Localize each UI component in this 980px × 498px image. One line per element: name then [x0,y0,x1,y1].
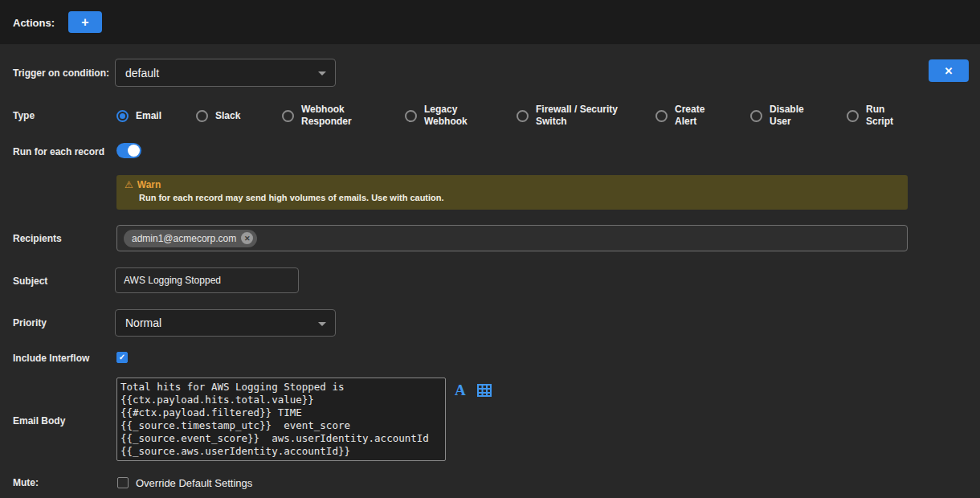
subject-input[interactable] [115,267,299,293]
email-body-label: Email Body [13,415,65,427]
type-option-create-alert[interactable]: Create Alert [655,104,750,128]
radio-icon [517,110,529,122]
type-option-firewall-security-switch[interactable]: Firewall / Security Switch [517,104,655,128]
type-option-run-script[interactable]: Run Script [847,104,901,128]
recipient-chip-text: admin1@acmecorp.com [132,233,236,244]
run-each-record-label: Run for each record [13,146,104,157]
warning-banner: ⚠Warn Run for each record may send high … [116,175,908,210]
radio-icon [282,110,294,122]
chip-remove-icon[interactable]: ✕ [241,232,253,244]
action-config-panel: ✕ Trigger on condition: default Type Ema… [0,44,980,498]
include-interflow-label: Include Interflow [13,353,89,364]
type-option-disable-user[interactable]: Disable User [750,104,847,128]
radio-icon [655,110,668,122]
subject-label: Subject [13,276,47,287]
warning-message: Run for each record may send high volume… [139,193,900,202]
priority-select[interactable]: Normal [115,309,336,337]
actions-label: Actions: [13,17,55,29]
include-interflow-checkbox[interactable] [116,352,128,363]
trigger-condition-value: default [125,67,159,80]
radio-icon [116,110,129,122]
email-body-toolbar: A [455,382,492,398]
close-action-button[interactable]: ✕ [929,59,969,82]
recipient-chip: admin1@acmecorp.com ✕ [124,230,257,247]
add-action-button[interactable]: + [68,11,102,33]
trigger-condition-select[interactable]: default [115,59,336,87]
mute-override-label: Override Default Settings [136,477,252,489]
warning-icon: ⚠ [125,179,133,190]
priority-value: Normal [125,316,161,329]
type-radio-group: Email Slack Webhook Responder Legacy Web… [116,100,972,131]
radio-icon [750,110,762,122]
mute-label: Mute: [13,477,39,488]
run-each-record-toggle[interactable] [116,143,141,158]
insert-table-icon[interactable] [477,384,492,397]
chevron-down-icon [318,71,326,76]
type-option-email[interactable]: Email [116,110,196,122]
type-option-webhook-responder[interactable]: Webhook Responder [282,104,405,128]
trigger-condition-label: Trigger on condition: [13,67,109,79]
email-body-textarea[interactable]: Total hits for AWS Logging Stopped is {{… [116,378,446,461]
mute-override-checkbox[interactable] [117,477,129,488]
radio-icon [847,110,859,122]
type-label: Type [13,110,35,121]
type-option-slack[interactable]: Slack [196,110,282,122]
chevron-down-icon [318,322,326,326]
font-style-icon[interactable]: A [455,382,466,398]
recipients-input[interactable]: admin1@acmecorp.com ✕ [116,225,908,251]
recipients-label: Recipients [13,233,62,244]
warning-title: ⚠Warn [125,179,900,190]
radio-icon [405,110,417,122]
type-option-legacy-webhook[interactable]: Legacy Webhook [405,104,517,128]
header-bar: Actions: + [0,0,980,44]
priority-label: Priority [13,317,47,329]
radio-icon [196,110,208,122]
